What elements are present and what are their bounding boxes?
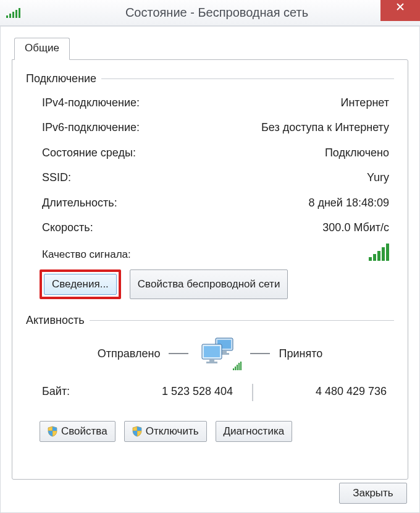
shield-icon — [48, 426, 57, 437]
titlebar: Состояние - Беспроводная сеть — [0, 0, 420, 26]
connection-legend: Подключение — [26, 72, 101, 85]
shield-icon — [132, 426, 142, 437]
wifi-signal-icon — [0, 8, 26, 18]
properties-button-label: Свойства — [61, 425, 107, 438]
row-speed: Скорость: 300.0 Мбит/с — [26, 215, 394, 240]
divider-left — [169, 353, 188, 354]
connection-group: Подключение IPv4-подключение: Интернет I… — [26, 72, 394, 305]
sent-label: Отправлено — [98, 347, 161, 360]
close-button[interactable]: Закрыть — [339, 483, 407, 504]
row-duration: Длительность: 8 дней 18:48:09 — [26, 190, 394, 215]
label-media-state: Состояние среды: — [42, 143, 136, 163]
value-duration: 8 дней 18:48:09 — [308, 193, 389, 213]
close-icon — [396, 2, 405, 11]
bytes-sent-value: 1 523 528 404 — [116, 385, 244, 401]
disable-button-label: Отключить — [146, 425, 199, 438]
value-media-state: Подключено — [325, 143, 389, 163]
svg-rect-5 — [204, 346, 220, 357]
value-ssid: Yury — [367, 167, 389, 187]
properties-button[interactable]: Свойства — [40, 421, 116, 442]
signal-strength-icon — [369, 244, 389, 261]
activity-graphic: Отправлено — [26, 332, 394, 374]
bytes-label: Байт: — [42, 385, 116, 401]
label-ipv6: IPv6-подключение: — [42, 117, 140, 137]
label-duration: Длительность: — [42, 193, 117, 213]
svg-rect-2 — [222, 350, 227, 353]
window-title: Состояние - Беспроводная сеть — [26, 6, 420, 20]
row-ipv4: IPv4-подключение: Интернет — [26, 90, 394, 115]
activity-button-row: Свойства Отключить Диагностика — [26, 404, 394, 442]
row-ipv6: IPv6-подключение: Без доступа к Интернет… — [26, 115, 394, 140]
details-highlight-box: Сведения... — [40, 269, 121, 299]
tab-general[interactable]: Общие — [14, 38, 70, 60]
wireless-properties-button[interactable]: Свойства беспроводной сети — [130, 269, 288, 299]
row-media-state: Состояние среды: Подключено — [26, 140, 394, 165]
activity-group: Активность Отправлено — [26, 314, 394, 442]
divider-right — [250, 353, 270, 354]
footer-button-row: Закрыть — [339, 483, 407, 504]
value-speed: 300.0 Мбит/с — [322, 218, 389, 237]
bytes-separator — [252, 384, 253, 401]
received-label: Принято — [279, 347, 322, 360]
network-computers-icon — [197, 337, 242, 370]
label-speed: Скорость: — [42, 218, 93, 237]
overlay-signal-icon — [233, 362, 242, 370]
label-ipv4: IPv4-подключение: — [42, 93, 140, 112]
value-ipv4: Интернет — [340, 93, 389, 112]
row-signal-quality: Качество сигнала: — [26, 240, 394, 267]
bytes-row: Байт: 1 523 528 404 4 480 429 736 — [26, 374, 394, 404]
label-signal-quality: Качество сигнала: — [42, 248, 131, 261]
activity-legend: Активность — [26, 314, 90, 327]
connection-button-row: Сведения... Свойства беспроводной сети — [26, 267, 394, 305]
details-button[interactable]: Сведения... — [44, 274, 117, 295]
tabstrip: Общие — [12, 38, 408, 60]
close-window-button[interactable] — [380, 0, 420, 21]
row-ssid: SSID: Yury — [26, 165, 394, 190]
svg-rect-7 — [206, 362, 217, 363]
bytes-received-value: 4 480 429 736 — [261, 385, 389, 401]
tab-panel-general: Подключение IPv4-подключение: Интернет I… — [12, 59, 408, 480]
value-ipv6: Без доступа к Интернету — [261, 117, 389, 137]
disable-button[interactable]: Отключить — [124, 421, 207, 442]
svg-rect-6 — [209, 359, 214, 362]
diagnose-button[interactable]: Диагностика — [216, 421, 293, 442]
window-body: Общие Подключение IPv4-подключение: Инте… — [0, 26, 420, 513]
label-ssid: SSID: — [42, 167, 71, 187]
